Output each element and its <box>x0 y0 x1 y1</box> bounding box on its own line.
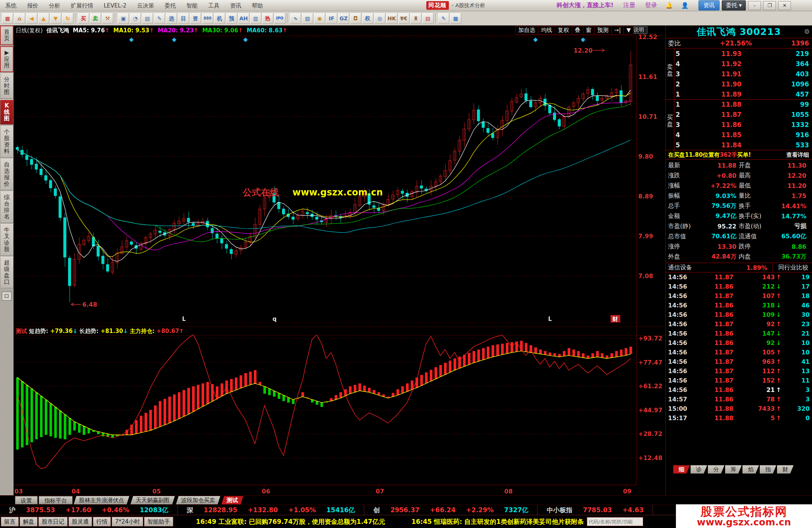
bottom-button-股市日记[interactable]: 股市日记 <box>38 517 68 526</box>
kline-icon[interactable]: ▨ <box>302 13 313 24</box>
sidebar-item-▶应用[interactable]: ▶应用 <box>0 46 14 72</box>
sidebar-item-分时图[interactable]: 分时图 <box>0 73 14 98</box>
news-ticker-1[interactable]: 16:49 工业富联: 已回购769.74万股，使用资金总额为1.47亿元 <box>196 517 385 526</box>
bottom-button-行情[interactable]: 行情 <box>93 517 111 526</box>
user-icon[interactable]: 👤 <box>681 2 689 9</box>
trade-button[interactable]: 委托 ▾ <box>722 0 746 11</box>
globe-icon[interactable]: ◎ <box>374 13 385 24</box>
news-icon[interactable]: ▥ <box>250 13 261 24</box>
draw-icon[interactable]: ✎ <box>438 13 449 24</box>
index-深[interactable]: 深12828.95+132.80+1.05%15416亿 <box>178 505 365 515</box>
sidebar-item-首页[interactable]: 首页 <box>0 26 14 45</box>
clock-icon[interactable]: ◔ <box>130 13 141 24</box>
right-tab-诊[interactable]: 诊 <box>691 465 707 474</box>
info-icon[interactable]: 资 <box>190 13 201 24</box>
code-search-input[interactable] <box>587 517 643 526</box>
report-icon[interactable]: ▤ <box>142 13 153 24</box>
news-ticker-2[interactable]: 16:45 恒瑞医药: 自主研发的1类创新药泽美妥司他片获附条 <box>411 517 584 526</box>
hk-icon[interactable]: HK <box>386 13 397 24</box>
close-button[interactable]: ✕ <box>778 1 791 10</box>
chart-button-加自选[interactable]: 加自选 <box>515 26 538 35</box>
bottom-button-留言[interactable]: 留言 <box>1 517 19 526</box>
menu-item-9[interactable]: 资讯 <box>225 0 247 11</box>
industry-compare-link[interactable]: 同行业比较 <box>773 263 812 272</box>
index-创[interactable]: 创2956.37+66.24+2.29%7327亿 <box>364 505 538 515</box>
menu-item-1[interactable]: 报价 <box>22 0 44 11</box>
chart-period-label[interactable]: 日线(复权) <box>16 27 43 34</box>
bottom-tab-波段加仓买卖[interactable]: 波段加仓买卖 <box>176 496 220 504</box>
sidebar-item-K线图[interactable]: K线图 <box>0 100 14 125</box>
restore-button[interactable]: ❐ <box>763 1 776 10</box>
right-tab-财[interactable]: 财 <box>777 465 794 474</box>
bbo-icon[interactable]: 880 <box>202 13 213 24</box>
order-notice[interactable]: 在买盘11.80位置有 362手 买单! 查看详细 <box>666 150 812 160</box>
refresh-icon[interactable]: ↻ <box>62 13 73 24</box>
bottom-button-解盘[interactable]: 解盘 <box>20 517 38 526</box>
coin-icon[interactable]: ◉ <box>314 13 325 24</box>
bag-icon[interactable]: ◘ <box>350 13 361 24</box>
bottom-button-7*24小时[interactable]: 7*24小时 <box>112 517 143 526</box>
index-中小板指[interactable]: 中小板指7785.03+4.63 <box>538 505 653 515</box>
chart-button-▼[interactable]: ▼ <box>623 26 634 35</box>
back-icon[interactable]: ◀ <box>26 13 37 24</box>
bottom-button-股灵通[interactable]: 股灵通 <box>68 517 92 526</box>
edit-icon[interactable]: ✎ <box>154 13 165 24</box>
chart-button-复权[interactable]: 复权 <box>555 26 572 35</box>
up-icon[interactable]: ▲ <box>38 13 49 24</box>
gz-icon[interactable]: GZ <box>338 13 349 24</box>
forecast-icon[interactable]: 预 <box>226 13 237 24</box>
kline-canvas[interactable] <box>14 26 665 495</box>
sidebar-item-牛叉诊股[interactable]: 牛叉诊股 <box>0 224 14 256</box>
hot-icon[interactable]: 热 <box>262 13 273 24</box>
bottom-tab-指标平台[interactable]: 指标平台 <box>39 496 73 504</box>
panel-toggle-icon[interactable]: 口 <box>2 292 12 301</box>
buy-icon[interactable]: 买 <box>78 13 89 24</box>
news-button[interactable]: 资讯 <box>698 0 720 11</box>
menu-item-0[interactable]: 系统 <box>0 0 22 11</box>
bottom-tab-股林主升浪潜伏点[interactable]: 股林主升浪潜伏点 <box>74 496 129 504</box>
bottom-tab-天天躺赢副图[interactable]: 天天躺赢副图 <box>130 496 175 504</box>
minimize-button[interactable]: – <box>748 1 761 10</box>
chart-button-均线[interactable]: 均线 <box>538 26 555 35</box>
pick-icon[interactable]: 选 <box>166 13 177 24</box>
menu-item-3[interactable]: 扩展行情 <box>65 0 98 11</box>
notification-bell-icon[interactable]: 🔔 <box>665 2 673 9</box>
sidebar-item-超级盘口[interactable]: 超级盘口 <box>0 257 14 288</box>
right-tab-焰[interactable]: 焰 <box>742 465 759 474</box>
bottom-button-智能助手[interactable]: 智能助手 <box>144 517 173 526</box>
menu-item-4[interactable]: LEVEL-2 <box>98 0 132 11</box>
if-icon[interactable]: IF <box>326 13 337 24</box>
menu-item-7[interactable]: 智能 <box>181 0 203 11</box>
down-icon[interactable]: ▼ <box>50 13 61 24</box>
chart-button-窗[interactable]: 窗 <box>583 26 595 35</box>
chart-button-预测[interactable]: 预测 <box>594 26 612 35</box>
promo-banner[interactable]: 科创大涨，直接上车! <box>557 2 614 9</box>
auction-icon[interactable]: ⚒ <box>102 13 113 24</box>
bottom-tab-测试[interactable]: 测试 <box>221 496 243 504</box>
color-grid-icon[interactable]: ▦ <box>2 13 13 24</box>
menu-item-5[interactable]: 云决策 <box>132 0 159 11</box>
robot-icon[interactable]: 机 <box>214 13 225 24</box>
register-link[interactable]: 注册 <box>623 2 635 9</box>
bottom-tab-设置[interactable]: 设置 <box>15 496 38 504</box>
multichart-icon[interactable]: ▦ <box>450 13 461 24</box>
right-tab-筹[interactable]: 筹 <box>725 465 742 474</box>
right-tab-指[interactable]: 指 <box>760 465 776 474</box>
industry-name[interactable]: 通信设备 <box>666 264 692 272</box>
rights-icon[interactable]: 权 <box>362 13 373 24</box>
menu-item-8[interactable]: 工具 <box>203 0 225 11</box>
sidebar-item-综合排名[interactable]: 综合排名 <box>0 191 14 223</box>
chart-button-→|[interactable]: →| <box>611 26 624 35</box>
ipo-icon[interactable]: IPO <box>274 13 285 24</box>
forex-icon[interactable]: ¥€ <box>398 13 409 24</box>
bank-icon[interactable]: ♜ <box>410 13 421 24</box>
notice-part-3[interactable]: 查看详细 <box>786 151 812 159</box>
trend-icon[interactable]: ∿ <box>290 13 301 24</box>
sidebar-item-个股资料[interactable]: 个股资料 <box>0 126 14 157</box>
usflag-icon[interactable]: ▤ <box>422 13 433 24</box>
sidebar-item-自选报价[interactable]: 自选报价 <box>0 159 14 190</box>
right-tab-分[interactable]: 分 <box>708 465 724 474</box>
menu-item-10[interactable]: 帮助 <box>247 0 268 11</box>
right-tab-细[interactable]: 细 <box>673 465 690 474</box>
board-icon[interactable]: 目 <box>178 13 189 24</box>
